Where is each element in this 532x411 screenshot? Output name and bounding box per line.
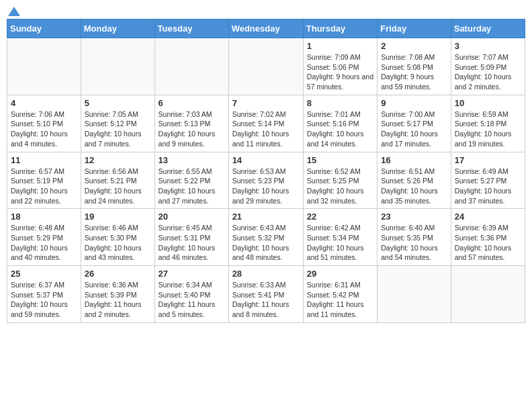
day-number: 10 <box>455 98 521 108</box>
calendar-cell: 22Sunrise: 6:42 AMSunset: 5:34 PMDayligh… <box>303 209 377 266</box>
day-number: 18 <box>11 212 77 222</box>
calendar-cell: 25Sunrise: 6:37 AMSunset: 5:37 PMDayligh… <box>7 266 81 323</box>
day-number: 16 <box>381 155 447 165</box>
day-number: 17 <box>455 155 521 165</box>
day-info: Sunrise: 6:37 AMSunset: 5:37 PMDaylight:… <box>11 280 77 320</box>
calendar-cell: 2Sunrise: 7:08 AMSunset: 5:08 PMDaylight… <box>378 38 451 95</box>
calendar-cell: 4Sunrise: 7:06 AMSunset: 5:10 PMDaylight… <box>7 95 81 152</box>
day-number: 20 <box>159 212 225 222</box>
day-number: 7 <box>232 98 300 108</box>
calendar-table: SundayMondayTuesdayWednesdayThursdayFrid… <box>7 19 525 323</box>
calendar-cell: 19Sunrise: 6:46 AMSunset: 5:30 PMDayligh… <box>81 209 154 266</box>
day-info: Sunrise: 6:40 AMSunset: 5:35 PMDaylight:… <box>381 223 447 263</box>
calendar-cell <box>228 38 303 95</box>
col-header-wednesday: Wednesday <box>228 19 303 38</box>
day-number: 3 <box>455 41 521 51</box>
logo <box>7 7 20 13</box>
calendar-cell: 12Sunrise: 6:56 AMSunset: 5:21 PMDayligh… <box>81 152 154 209</box>
calendar-cell: 6Sunrise: 7:03 AMSunset: 5:13 PMDaylight… <box>154 95 228 152</box>
col-header-tuesday: Tuesday <box>154 19 228 38</box>
day-number: 22 <box>307 212 373 222</box>
calendar-cell: 21Sunrise: 6:43 AMSunset: 5:32 PMDayligh… <box>228 209 303 266</box>
page-header <box>7 7 525 13</box>
day-info: Sunrise: 7:08 AMSunset: 5:08 PMDaylight:… <box>381 52 447 92</box>
calendar-cell: 27Sunrise: 6:34 AMSunset: 5:40 PMDayligh… <box>154 266 228 323</box>
day-info: Sunrise: 7:05 AMSunset: 5:12 PMDaylight:… <box>85 109 151 149</box>
day-info: Sunrise: 6:55 AMSunset: 5:22 PMDaylight:… <box>159 167 225 206</box>
day-number: 27 <box>159 269 225 279</box>
day-info: Sunrise: 6:57 AMSunset: 5:19 PMDaylight:… <box>11 167 77 206</box>
calendar-cell: 18Sunrise: 6:48 AMSunset: 5:29 PMDayligh… <box>7 209 81 266</box>
day-info: Sunrise: 7:03 AMSunset: 5:13 PMDaylight:… <box>159 109 225 149</box>
calendar-cell: 11Sunrise: 6:57 AMSunset: 5:19 PMDayligh… <box>7 152 81 209</box>
day-info: Sunrise: 6:45 AMSunset: 5:31 PMDaylight:… <box>159 223 225 263</box>
col-header-monday: Monday <box>81 19 154 38</box>
day-info: Sunrise: 6:46 AMSunset: 5:30 PMDaylight:… <box>85 223 151 263</box>
day-info: Sunrise: 6:36 AMSunset: 5:39 PMDaylight:… <box>85 280 151 320</box>
calendar-cell <box>154 38 228 95</box>
day-info: Sunrise: 7:00 AMSunset: 5:17 PMDaylight:… <box>381 109 447 149</box>
day-number: 21 <box>232 212 300 222</box>
day-number: 29 <box>307 269 373 279</box>
calendar-cell: 26Sunrise: 6:36 AMSunset: 5:39 PMDayligh… <box>81 266 154 323</box>
day-info: Sunrise: 7:02 AMSunset: 5:14 PMDaylight:… <box>232 109 300 149</box>
day-info: Sunrise: 6:51 AMSunset: 5:26 PMDaylight:… <box>381 167 447 206</box>
calendar-cell: 8Sunrise: 7:01 AMSunset: 5:16 PMDaylight… <box>303 95 377 152</box>
calendar-cell: 17Sunrise: 6:49 AMSunset: 5:27 PMDayligh… <box>451 152 525 209</box>
svg-marker-0 <box>8 7 20 16</box>
day-number: 23 <box>381 212 447 222</box>
calendar-cell <box>81 38 154 95</box>
calendar-cell: 23Sunrise: 6:40 AMSunset: 5:35 PMDayligh… <box>378 209 451 266</box>
calendar-week-row: 1Sunrise: 7:09 AMSunset: 5:06 PMDaylight… <box>7 38 525 95</box>
calendar-cell: 29Sunrise: 6:31 AMSunset: 5:42 PMDayligh… <box>303 266 377 323</box>
calendar-cell: 24Sunrise: 6:39 AMSunset: 5:36 PMDayligh… <box>451 209 525 266</box>
day-number: 24 <box>455 212 521 222</box>
day-number: 11 <box>11 155 77 165</box>
calendar-cell: 9Sunrise: 7:00 AMSunset: 5:17 PMDaylight… <box>378 95 451 152</box>
calendar-cell: 16Sunrise: 6:51 AMSunset: 5:26 PMDayligh… <box>378 152 451 209</box>
day-number: 19 <box>85 212 151 222</box>
day-info: Sunrise: 7:09 AMSunset: 5:06 PMDaylight:… <box>307 52 373 92</box>
day-info: Sunrise: 6:31 AMSunset: 5:42 PMDaylight:… <box>307 280 373 320</box>
day-number: 8 <box>307 98 373 108</box>
calendar-cell: 28Sunrise: 6:33 AMSunset: 5:41 PMDayligh… <box>228 266 303 323</box>
col-header-friday: Friday <box>378 19 451 38</box>
day-number: 25 <box>11 269 77 279</box>
day-info: Sunrise: 6:52 AMSunset: 5:25 PMDaylight:… <box>307 167 373 206</box>
day-info: Sunrise: 7:01 AMSunset: 5:16 PMDaylight:… <box>307 109 373 149</box>
calendar-week-row: 25Sunrise: 6:37 AMSunset: 5:37 PMDayligh… <box>7 266 525 323</box>
calendar-cell: 5Sunrise: 7:05 AMSunset: 5:12 PMDaylight… <box>81 95 154 152</box>
calendar-cell: 15Sunrise: 6:52 AMSunset: 5:25 PMDayligh… <box>303 152 377 209</box>
calendar-cell <box>7 38 81 95</box>
calendar-header-row: SundayMondayTuesdayWednesdayThursdayFrid… <box>7 19 525 38</box>
day-number: 9 <box>381 98 447 108</box>
day-info: Sunrise: 6:56 AMSunset: 5:21 PMDaylight:… <box>85 167 151 206</box>
day-number: 12 <box>85 155 151 165</box>
day-number: 28 <box>232 269 300 279</box>
day-info: Sunrise: 7:06 AMSunset: 5:10 PMDaylight:… <box>11 109 77 149</box>
day-info: Sunrise: 6:49 AMSunset: 5:27 PMDaylight:… <box>455 167 521 206</box>
calendar-cell <box>451 266 525 323</box>
day-number: 5 <box>85 98 151 108</box>
day-info: Sunrise: 7:07 AMSunset: 5:09 PMDaylight:… <box>455 52 521 92</box>
calendar-cell: 7Sunrise: 7:02 AMSunset: 5:14 PMDaylight… <box>228 95 303 152</box>
day-info: Sunrise: 6:42 AMSunset: 5:34 PMDaylight:… <box>307 223 373 263</box>
calendar-cell: 1Sunrise: 7:09 AMSunset: 5:06 PMDaylight… <box>303 38 377 95</box>
logo-triangle-icon <box>8 7 20 16</box>
day-number: 13 <box>159 155 225 165</box>
calendar-cell: 14Sunrise: 6:53 AMSunset: 5:23 PMDayligh… <box>228 152 303 209</box>
day-number: 14 <box>232 155 300 165</box>
col-header-saturday: Saturday <box>451 19 525 38</box>
day-number: 6 <box>159 98 225 108</box>
calendar-cell: 20Sunrise: 6:45 AMSunset: 5:31 PMDayligh… <box>154 209 228 266</box>
day-number: 26 <box>85 269 151 279</box>
day-info: Sunrise: 6:43 AMSunset: 5:32 PMDaylight:… <box>232 223 300 263</box>
calendar-cell: 13Sunrise: 6:55 AMSunset: 5:22 PMDayligh… <box>154 152 228 209</box>
day-info: Sunrise: 6:53 AMSunset: 5:23 PMDaylight:… <box>232 167 300 206</box>
day-number: 2 <box>381 41 447 51</box>
day-info: Sunrise: 6:33 AMSunset: 5:41 PMDaylight:… <box>232 280 300 320</box>
col-header-sunday: Sunday <box>7 19 81 38</box>
calendar-week-row: 4Sunrise: 7:06 AMSunset: 5:10 PMDaylight… <box>7 95 525 152</box>
calendar-week-row: 18Sunrise: 6:48 AMSunset: 5:29 PMDayligh… <box>7 209 525 266</box>
day-info: Sunrise: 6:39 AMSunset: 5:36 PMDaylight:… <box>455 223 521 263</box>
